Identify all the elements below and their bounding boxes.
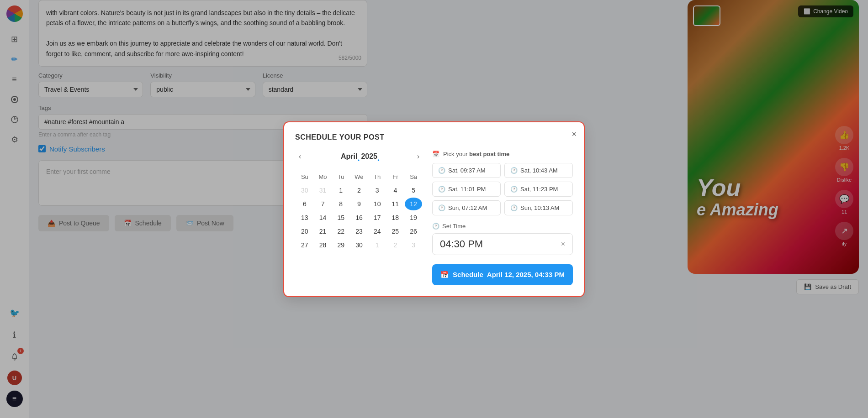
calendar-day[interactable]: 23 — [350, 225, 368, 238]
calendar-day[interactable]: 3 — [369, 184, 386, 197]
weekday-th: Th — [369, 171, 386, 183]
calendar-day[interactable]: 1 — [332, 184, 349, 197]
time-slot[interactable]: 🕐Sat, 09:37 AM — [432, 163, 501, 178]
calendar-day[interactable]: 18 — [387, 211, 404, 224]
calendar-day[interactable]: 9 — [350, 198, 368, 210]
schedule-confirm-icon: 📅 — [440, 271, 449, 279]
weekday-we: We — [350, 171, 368, 183]
calendar-small-icon: 📅 — [432, 151, 439, 157]
calendar-day[interactable]: 21 — [314, 225, 332, 238]
calendar-day[interactable]: 13 — [296, 211, 313, 224]
schedule-confirm-date: April 12, 2025, 04:33 PM — [487, 271, 565, 278]
calendar-day[interactable]: 25 — [387, 225, 404, 238]
calendar-day[interactable]: 15 — [332, 211, 349, 224]
modal-close-button[interactable]: × — [572, 130, 577, 139]
time-slot[interactable]: 🕐Sun, 10:13 AM — [504, 200, 573, 215]
calendar-day[interactable]: 4 — [387, 184, 404, 197]
calendar-day[interactable]: 11 — [387, 198, 404, 210]
modal-body: ‹ April 2025 › Su Mo Tu We Th — [295, 151, 573, 285]
calendar-day[interactable]: 6 — [296, 198, 313, 210]
calendar-day[interactable]: 28 — [314, 239, 332, 251]
calendar-next-button[interactable]: › — [413, 151, 423, 162]
weekday-su: Su — [296, 171, 313, 183]
calendar-day[interactable]: 8 — [332, 198, 349, 210]
best-time-header: 📅 Pick your best post time — [432, 151, 573, 157]
calendar-day[interactable]: 1 — [369, 239, 386, 251]
calendar-day[interactable]: 5 — [405, 184, 422, 197]
calendar-day[interactable]: 30 — [296, 184, 313, 197]
set-time-label: 🕐 Set Time — [432, 223, 573, 230]
calendar-prev-button[interactable]: ‹ — [295, 151, 305, 162]
calendar-day[interactable]: 20 — [296, 225, 313, 238]
clock-icon: 🕐 — [432, 223, 439, 230]
calendar-year[interactable]: 2025 — [361, 152, 377, 161]
calendar-day[interactable]: 14 — [314, 211, 332, 224]
weekday-fr: Fr — [387, 171, 404, 183]
calendar-day[interactable]: 30 — [350, 239, 368, 251]
calendar-day[interactable]: 10 — [369, 198, 386, 210]
schedule-confirm-label: Schedule — [453, 271, 483, 278]
calendar-day[interactable]: 26 — [405, 225, 422, 238]
time-slot[interactable]: 🕐Sun, 07:12 AM — [432, 200, 501, 215]
clock-small-icon: 🕐 — [438, 167, 445, 174]
calendar-day[interactable]: 12 — [405, 198, 422, 210]
calendar-day[interactable]: 31 — [314, 184, 332, 197]
time-slot[interactable]: 🕐Sat, 10:43 AM — [504, 163, 573, 178]
weekday-sa: Sa — [405, 171, 422, 183]
calendar-day[interactable]: 2 — [387, 239, 404, 251]
time-slot[interactable]: 🕐Sat, 11:01 PM — [432, 182, 501, 197]
calendar-day[interactable]: 27 — [296, 239, 313, 251]
clock-small-icon: 🕐 — [438, 204, 445, 211]
calendar-day[interactable]: 16 — [350, 211, 368, 224]
weekday-tu: Tu — [332, 171, 349, 183]
schedule-modal: SCHEDULE YOUR POST × ‹ April 2025 › Su — [283, 121, 585, 297]
set-time-section: 🕐 Set Time 04:30 PM × — [432, 223, 573, 255]
calendar-day[interactable]: 3 — [405, 239, 422, 251]
calendar-day[interactable]: 17 — [369, 211, 386, 224]
clock-small-icon: 🕐 — [510, 167, 518, 174]
time-value[interactable]: 04:30 PM — [440, 238, 483, 250]
calendar-grid: Su Mo Tu We Th Fr Sa 3031123456789101112… — [295, 170, 423, 252]
clock-small-icon: 🕐 — [438, 186, 445, 193]
weekday-mo: Mo — [314, 171, 332, 183]
time-slot[interactable]: 🕐Sat, 11:23 PM — [504, 182, 573, 197]
time-input-row: 04:30 PM × — [432, 233, 573, 255]
modal-title: SCHEDULE YOUR POST — [295, 133, 573, 141]
calendar-day[interactable]: 19 — [405, 211, 422, 224]
best-time-grid: 🕐Sat, 09:37 AM🕐Sat, 10:43 AM🕐Sat, 11:01 … — [432, 163, 573, 215]
clock-small-icon: 🕐 — [510, 204, 518, 211]
time-clear-button[interactable]: × — [561, 240, 565, 248]
best-time-label: Pick your best post time — [443, 151, 509, 157]
calendar: ‹ April 2025 › Su Mo Tu We Th — [295, 151, 423, 285]
calendar-day[interactable]: 29 — [332, 239, 349, 251]
modal-overlay[interactable]: SCHEDULE YOUR POST × ‹ April 2025 › Su — [0, 0, 868, 418]
set-time-text: Set Time — [442, 223, 466, 230]
calendar-day[interactable]: 7 — [314, 198, 332, 210]
clock-small-icon: 🕐 — [510, 186, 518, 193]
best-time-panel: 📅 Pick your best post time 🕐Sat, 09:37 A… — [432, 151, 573, 285]
schedule-confirm-button[interactable]: 📅 Schedule April 12, 2025, 04:33 PM — [432, 264, 573, 285]
calendar-month-year: April 2025 — [341, 152, 377, 161]
calendar-header: ‹ April 2025 › — [295, 151, 423, 162]
calendar-day[interactable]: 22 — [332, 225, 349, 238]
calendar-month[interactable]: April — [341, 152, 357, 161]
calendar-day[interactable]: 2 — [350, 184, 368, 197]
calendar-day[interactable]: 24 — [369, 225, 386, 238]
